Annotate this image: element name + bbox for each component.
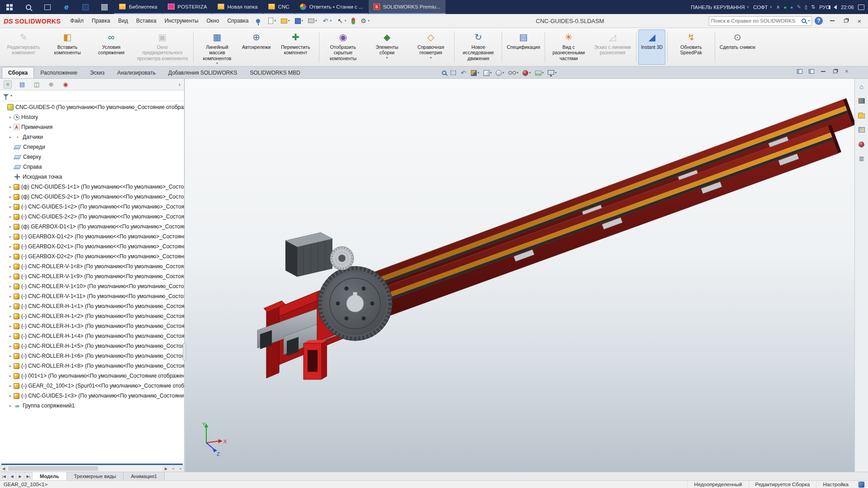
tree-item[interactable]: ▸(-) CNC-ROLLER-H-1<5> (По умолчанию<По …: [0, 341, 184, 351]
commandmanager-tab[interactable]: Добавления SOLIDWORKS: [162, 67, 244, 78]
expand-arrow-icon[interactable]: ▸: [7, 254, 14, 259]
tree-item[interactable]: ▸(-) CNC-ROLLER-V-1<10> (По умолчанию<По…: [0, 281, 184, 291]
ribbon-instant-3d-button[interactable]: ◢Instant 3D: [638, 29, 665, 65]
model-tab-nav-button[interactable]: |◀: [0, 472, 8, 480]
panel-splitter-handle[interactable]: [183, 343, 186, 360]
taskbar-app[interactable]: Ответить • Станки с ...: [295, 0, 368, 14]
ribbon-reference-geometry-button[interactable]: ◇Справочная геометрия▾: [409, 29, 452, 65]
expand-arrow-icon[interactable]: ▸: [7, 334, 14, 338]
tree-item[interactable]: ▸(-) GEAR_02_100<1> (Spur01<<По умолчани…: [0, 381, 184, 391]
big-gear[interactable]: [318, 266, 392, 341]
start-button[interactable]: [0, 0, 19, 14]
scrollbar-track[interactable]: [7, 465, 162, 472]
tree-item[interactable]: ▸(-) CNC-GUIDES-2<2> (По умолчанию<<По у…: [0, 212, 184, 222]
tree-item[interactable]: ▸(-) CNC-ROLLER-H-1<2> (По умолчанию<По …: [0, 311, 184, 321]
pushpin-icon[interactable]: [256, 19, 260, 23]
help-search-box[interactable]: ▾: [709, 16, 812, 26]
open-document-button[interactable]: ▾: [279, 17, 292, 25]
model-tab[interactable]: Модель: [33, 472, 67, 480]
model-view[interactable]: Y X Z: [185, 79, 854, 472]
headsup-edit-appearance-button[interactable]: ▾: [521, 69, 533, 77]
expand-arrow-icon[interactable]: ▸: [7, 374, 14, 378]
tree-item[interactable]: ▸(ф) CNC-GUIDES-2<1> (По умолчанию<<По у…: [0, 192, 184, 202]
ribbon-exploded-view-button[interactable]: ✳Вид с разнесенными частями: [547, 29, 590, 65]
soft-toolbar[interactable]: СОФТ ∨: [753, 5, 772, 10]
new-document-button[interactable]: ▾: [266, 16, 278, 25]
expand-arrow-icon[interactable]: ▸: [7, 384, 14, 388]
tree-item[interactable]: ▸(-) CNC-GUIDES-1<3> (По умолчанию<По ум…: [0, 391, 184, 401]
appearances-scenes-tab[interactable]: [857, 139, 867, 149]
expand-arrow-icon[interactable]: ▸: [7, 224, 14, 229]
expand-arrow-icon[interactable]: ▸: [7, 234, 14, 239]
tree-item[interactable]: ▸(-) CNC-ROLLER-V-1<8> (По умолчанию<По …: [0, 261, 184, 271]
configurationmanager-tab[interactable]: ◫: [33, 81, 41, 89]
menu-item[interactable]: Правка: [88, 15, 114, 26]
tree-item[interactable]: CNC-GUIDES-0 (По умолчанию<По умолчанию_…: [0, 102, 184, 112]
expand-arrow-icon[interactable]: ▸: [7, 204, 14, 209]
view-palette-tab[interactable]: [857, 125, 867, 135]
tree-item[interactable]: ▸(-) CNC-ROLLER-V-1<11> (По умолчанию<По…: [0, 291, 184, 301]
model-tab-nav-button[interactable]: ▶|: [24, 472, 33, 480]
help-button[interactable]: ?: [815, 17, 823, 25]
tree-item[interactable]: Исходная точка: [0, 172, 184, 182]
statusbar-icon[interactable]: [859, 482, 864, 488]
custom-properties-tab[interactable]: ≣: [857, 154, 867, 164]
ribbon-assembly-features-button[interactable]: ◆Элементы сборки▾: [365, 29, 408, 65]
headsup-view-settings-button[interactable]: ▾: [546, 69, 559, 77]
expand-arrow-icon[interactable]: ▸: [7, 274, 14, 279]
search-input[interactable]: [711, 18, 800, 24]
model-tab[interactable]: Анимация1: [123, 472, 165, 480]
select-button[interactable]: ↖▾: [335, 16, 348, 26]
tree-item[interactable]: ▸(-) 001<1> (По умолчанию<По умолчанию_С…: [0, 371, 184, 381]
save-button[interactable]: ▾: [293, 17, 305, 25]
expand-arrow-icon[interactable]: ▸: [7, 185, 14, 189]
tree-item[interactable]: Сверху: [0, 152, 184, 162]
ribbon-take-snapshot-button[interactable]: ⊙Сделать снимок: [717, 29, 758, 65]
device-icon[interactable]: ▯: [805, 4, 807, 10]
design-library-tab[interactable]: [857, 96, 867, 106]
tree-item[interactable]: ▸(-) GEARBOX-D2<1> (По умолчанию<<По умо…: [0, 242, 184, 251]
tree-item[interactable]: ▸(ф) GEARBOX-D1<1> (По умолчанию<<По умо…: [0, 222, 184, 232]
ribbon-linear-component-pattern-button[interactable]: ▦Линейный массив компонентов▾: [195, 29, 239, 65]
pinion-gear[interactable]: [330, 246, 354, 270]
expand-arrow-icon[interactable]: ▸: [7, 314, 14, 318]
ribbon-new-motion-study-button[interactable]: ↻Новое исследование движения: [456, 29, 500, 65]
commandmanager-tab[interactable]: SOLIDWORKS MBD: [243, 67, 306, 78]
headsup-zoom-to-fit-button[interactable]: [440, 69, 448, 76]
control-panel-toolbar[interactable]: ПАНЕЛЬ КЕРУВАННЯ ∨: [691, 5, 749, 10]
expand-arrow-icon[interactable]: ▸: [7, 264, 14, 269]
featuremanager-tree-tab[interactable]: ≡: [4, 81, 12, 89]
headsup-previous-view-button[interactable]: ↶: [458, 68, 469, 78]
doc-close-button[interactable]: ×: [842, 67, 852, 76]
undo-button[interactable]: ↶▾: [320, 16, 334, 26]
graphics-area[interactable]: Y X Z: [185, 79, 854, 472]
expand-arrow-icon[interactable]: ▸: [7, 393, 14, 398]
options-button[interactable]: ⚙▾: [358, 16, 372, 26]
taskbar-app[interactable]: Новая папка: [213, 0, 263, 14]
doc-restore-button[interactable]: [830, 67, 840, 76]
expand-arrow-icon[interactable]: ▸: [7, 194, 14, 199]
chevron-down-icon[interactable]: ▾: [10, 94, 12, 98]
print-button[interactable]: ▾: [306, 17, 319, 24]
minimize-button[interactable]: [825, 15, 839, 26]
panel-collapse-button[interactable]: «: [170, 465, 177, 472]
expand-arrow-icon[interactable]: ▸: [7, 364, 14, 368]
commandmanager-tab[interactable]: Анализировать: [111, 67, 162, 78]
scroll-right-button[interactable]: ▶: [162, 465, 170, 472]
expand-arrow-icon[interactable]: ▸: [7, 125, 14, 129]
expand-arrow-icon[interactable]: ▸: [7, 294, 14, 298]
expand-arrow-icon[interactable]: ▸: [7, 324, 14, 328]
network-icon[interactable]: ⇅: [811, 4, 815, 10]
edge-button[interactable]: e: [57, 0, 76, 14]
expand-arrow-icon[interactable]: ▸: [7, 304, 14, 308]
menu-item[interactable]: Справка: [223, 15, 252, 26]
panel-expand-button[interactable]: »: [177, 465, 184, 472]
tree-item[interactable]: ▸Группа сопряжений1: [0, 401, 184, 411]
headsup-display-style-button[interactable]: ▾: [494, 69, 506, 77]
taskbar-app[interactable]: CNC: [263, 0, 294, 14]
ribbon-bill-of-materials-button[interactable]: ▤Спецификация: [504, 29, 543, 65]
restore-button[interactable]: [839, 15, 853, 26]
dimxpertmanager-tab[interactable]: ⊕: [47, 81, 55, 89]
scroll-left-button[interactable]: ◀: [0, 465, 7, 472]
solidworks-resources-tab[interactable]: ⌂: [857, 81, 867, 91]
